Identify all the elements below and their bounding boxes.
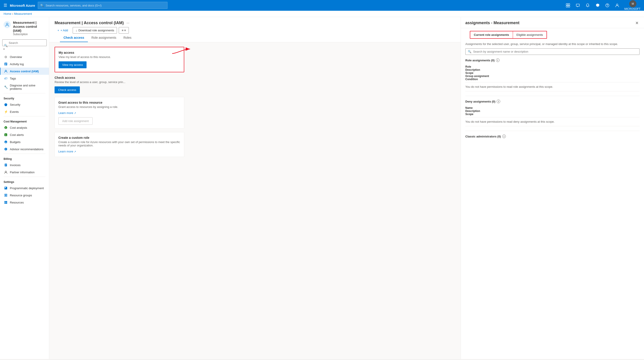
custom-role-learn-more-link[interactable]: Learn more	[58, 150, 73, 153]
add-role-assignment-button[interactable]: Add role assignment	[58, 117, 92, 125]
content-area: Measurement | Access control (IAM) ··· +…	[49, 17, 461, 359]
sidebar-item-iam[interactable]: Access control (IAM)	[0, 68, 49, 75]
right-panel-title: assignments - Measurement	[465, 21, 520, 28]
global-search[interactable]: 🔍 Search resources, services, and docs (…	[38, 2, 168, 9]
right-tab-current[interactable]: Current role assignments	[470, 31, 513, 38]
profile-icon[interactable]	[613, 1, 622, 10]
external-link-icon-2: ↗	[74, 150, 76, 153]
sidebar-item-label: Invoices	[10, 163, 20, 167]
tab-bar: Check access Role assignments Roles	[54, 34, 455, 42]
svg-point-6	[616, 4, 618, 5]
settings-icon[interactable]	[593, 1, 602, 10]
more-toolbar-button[interactable]: ≡ ≡	[119, 27, 129, 34]
svg-rect-3	[568, 6, 570, 7]
sidebar-item-label: Security	[10, 103, 20, 106]
sidebar-item-label: Events	[10, 110, 19, 113]
sidebar-item-resource-groups[interactable]: Resource groups	[0, 192, 49, 199]
user-account[interactable]: M MICROSOFT	[624, 0, 640, 11]
sidebar-search-input[interactable]	[2, 39, 47, 46]
col-deny-scope: Scope	[465, 113, 640, 116]
classic-admins-info-icon[interactable]: i	[502, 134, 506, 138]
panel-description: Assignments for the selected user, group…	[465, 42, 640, 46]
section-label-billing: Billing	[0, 155, 49, 161]
tab-roles[interactable]: Roles	[120, 34, 135, 42]
more-icon: ≡ ≡	[122, 29, 126, 32]
sidebar-item-partner[interactable]: Partner information	[0, 168, 49, 176]
right-panel-header: assignments - Measurement ✕	[461, 17, 644, 28]
breadcrumb-current[interactable]: Measurement	[14, 12, 32, 16]
sidebar-item-cost-alerts[interactable]: $ Cost alerts	[0, 131, 49, 138]
svg-rect-21	[5, 164, 6, 164]
panel-search-input[interactable]	[473, 50, 637, 53]
help-icon[interactable]	[603, 1, 612, 10]
sidebar-item-activity-log[interactable]: Activity log	[0, 60, 49, 68]
sidebar-item-label: Tags	[10, 77, 16, 80]
col-group-assignment: Group assignment	[465, 75, 640, 78]
sidebar-item-tags[interactable]: 🏷 Tags	[0, 75, 49, 82]
sidebar-item-label: Diagnose and solve problems	[10, 84, 46, 90]
sidebar-item-resources[interactable]: Resources	[0, 199, 49, 206]
sidebar-search-icon: 🔍	[4, 44, 8, 47]
view-my-access-button[interactable]: View my access	[58, 61, 86, 68]
sidebar-item-diagnose[interactable]: 🔧 Diagnose and solve problems	[0, 82, 49, 92]
svg-point-7	[6, 23, 8, 25]
sidebar-item-cost-analysis[interactable]: $ Cost analysis	[0, 124, 49, 131]
breadcrumb: Home › Measurement	[0, 11, 644, 17]
right-tab-eligible[interactable]: Eligible assignments	[513, 31, 547, 38]
breadcrumb-home[interactable]: Home	[4, 12, 12, 16]
sidebar-item-events[interactable]: ⚡ Events	[0, 108, 49, 115]
divider-2	[4, 116, 46, 116]
azure-logo: Microsoft Azure	[10, 4, 35, 8]
hamburger-icon[interactable]: ☰	[4, 3, 7, 8]
resources-icon	[4, 201, 8, 204]
top-nav: ☰ Microsoft Azure 🔍 Search resources, se…	[0, 0, 644, 11]
tab-check-access[interactable]: Check access	[60, 34, 88, 42]
check-access-description: Review the level of access a user, group…	[54, 80, 184, 84]
custom-role-description: Create a custom role for Azure resources…	[58, 140, 180, 147]
sidebar: Measurement | Access control (IAM) Subsc…	[0, 17, 49, 359]
diagnose-icon: 🔧	[4, 85, 8, 89]
close-panel-button[interactable]: ✕	[634, 21, 640, 26]
more-options-icon[interactable]: ···	[126, 21, 129, 25]
portal-icon[interactable]	[564, 1, 572, 10]
sidebar-item-invoices[interactable]: Invoices	[0, 161, 49, 168]
notifications-icon[interactable]	[583, 1, 592, 10]
svg-rect-22	[5, 165, 6, 165]
sidebar-item-advisor[interactable]: Advisor recommendations	[0, 145, 49, 153]
search-icon: 🔍	[40, 4, 44, 7]
sidebar-item-budgets[interactable]: $ Budgets	[0, 138, 49, 145]
svg-text:$: $	[5, 127, 6, 129]
cost-analysis-icon: $	[4, 126, 8, 129]
svg-text:$: $	[5, 141, 6, 143]
tab-role-assignments[interactable]: Role assignments	[88, 34, 120, 42]
grant-card-description: Grant access to resources by assigning a…	[58, 105, 180, 109]
sidebar-item-label: Access control (IAM)	[10, 70, 39, 73]
role-assignments-header: Role assignments (0) i	[465, 58, 640, 62]
download-button[interactable]: ↓ Download role assignments	[73, 27, 117, 34]
sidebar-item-overview[interactable]: ⊙ Overview	[0, 53, 49, 60]
svg-rect-9	[5, 63, 7, 64]
sidebar-search-container: 🔍 «	[2, 39, 47, 52]
col-description: Description	[465, 68, 640, 71]
add-button[interactable]: + + Add	[54, 27, 71, 34]
feedback-icon[interactable]	[573, 1, 582, 10]
deny-assignments-info-icon[interactable]: i	[497, 100, 500, 103]
partner-icon	[4, 170, 8, 174]
deny-assignments-header: Deny assignments (0) i	[465, 100, 640, 103]
col-name: Name	[465, 106, 640, 109]
svg-rect-0	[566, 4, 568, 5]
sidebar-item-security[interactable]: Security	[0, 101, 49, 108]
col-scope: Scope	[465, 71, 640, 75]
sidebar-item-label: Budgets	[10, 140, 20, 144]
svg-point-5	[607, 6, 608, 7]
classic-admins-header: Classic administrators (0) i	[465, 134, 640, 138]
classic-admins-section: Classic administrators (0) i	[465, 134, 640, 138]
grant-learn-more-link[interactable]: Learn more	[58, 111, 73, 115]
check-access-button[interactable]: Check access	[54, 86, 80, 93]
sidebar-item-label: Overview	[10, 55, 22, 59]
tab-content: My access View my level of access to thi…	[49, 42, 461, 165]
role-assignments-info-icon[interactable]: i	[496, 58, 500, 62]
sidebar-item-programmatic[interactable]: Programmatic deployment	[0, 185, 49, 192]
check-access-section: Check access Review the level of access …	[54, 76, 184, 93]
breadcrumb-sep: ›	[12, 12, 13, 16]
